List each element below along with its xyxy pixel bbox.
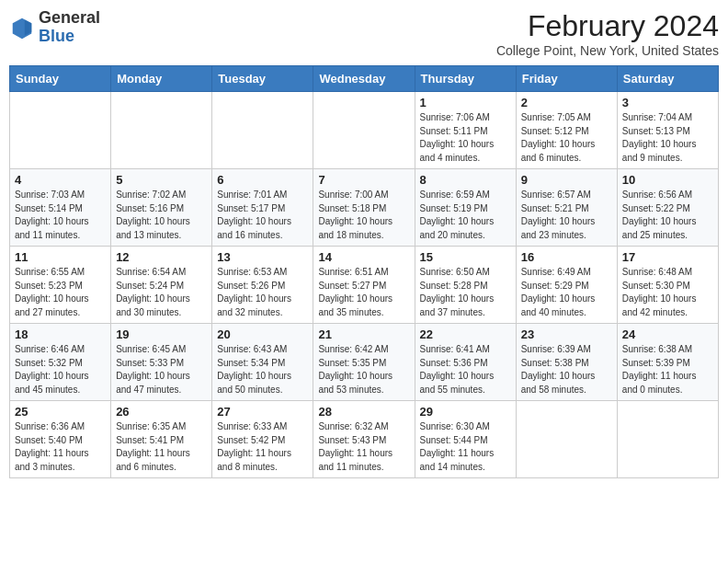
day-detail: Sunrise: 6:43 AM Sunset: 5:34 PM Dayligh… (217, 343, 308, 396)
calendar-cell: 14Sunrise: 6:51 AM Sunset: 5:27 PM Dayli… (313, 247, 415, 324)
day-detail: Sunrise: 7:00 AM Sunset: 5:18 PM Dayligh… (318, 189, 409, 242)
day-detail: Sunrise: 6:51 AM Sunset: 5:27 PM Dayligh… (318, 266, 409, 319)
calendar-cell: 28Sunrise: 6:32 AM Sunset: 5:43 PM Dayli… (313, 401, 415, 478)
calendar-cell (111, 92, 212, 169)
day-number: 22 (420, 327, 511, 341)
calendar-cell: 19Sunrise: 6:45 AM Sunset: 5:33 PM Dayli… (111, 324, 212, 401)
day-detail: Sunrise: 6:39 AM Sunset: 5:38 PM Dayligh… (521, 343, 612, 396)
calendar-cell: 23Sunrise: 6:39 AM Sunset: 5:38 PM Dayli… (516, 324, 617, 401)
calendar-cell: 6Sunrise: 7:01 AM Sunset: 5:17 PM Daylig… (212, 169, 313, 247)
day-number: 26 (116, 405, 207, 419)
calendar-cell: 29Sunrise: 6:30 AM Sunset: 5:44 PM Dayli… (415, 401, 516, 478)
day-detail: Sunrise: 6:48 AM Sunset: 5:30 PM Dayligh… (622, 266, 713, 319)
calendar-cell: 12Sunrise: 6:54 AM Sunset: 5:24 PM Dayli… (111, 247, 212, 324)
logo-icon (9, 15, 35, 40)
calendar-cell: 7Sunrise: 7:00 AM Sunset: 5:18 PM Daylig… (313, 169, 415, 247)
calendar-cell: 20Sunrise: 6:43 AM Sunset: 5:34 PM Dayli… (212, 324, 313, 401)
day-detail: Sunrise: 6:42 AM Sunset: 5:35 PM Dayligh… (318, 343, 409, 396)
weekday-header: Tuesday (212, 66, 313, 92)
day-number: 9 (521, 173, 612, 187)
calendar-week-row: 4Sunrise: 7:03 AM Sunset: 5:14 PM Daylig… (10, 169, 719, 247)
calendar-cell: 8Sunrise: 6:59 AM Sunset: 5:19 PM Daylig… (415, 169, 516, 247)
weekday-header: Monday (111, 66, 212, 92)
day-detail: Sunrise: 6:57 AM Sunset: 5:21 PM Dayligh… (521, 189, 612, 242)
day-number: 13 (217, 250, 308, 264)
calendar-cell: 16Sunrise: 6:49 AM Sunset: 5:29 PM Dayli… (516, 247, 617, 324)
calendar-cell: 3Sunrise: 7:04 AM Sunset: 5:13 PM Daylig… (617, 92, 718, 169)
day-number: 25 (15, 405, 106, 419)
weekday-header-row: SundayMondayTuesdayWednesdayThursdayFrid… (10, 66, 719, 92)
day-number: 6 (217, 173, 308, 187)
day-detail: Sunrise: 6:46 AM Sunset: 5:32 PM Dayligh… (15, 343, 106, 396)
day-detail: Sunrise: 7:06 AM Sunset: 5:11 PM Dayligh… (420, 111, 511, 165)
day-number: 8 (420, 173, 511, 187)
calendar-table: SundayMondayTuesdayWednesdayThursdayFrid… (9, 65, 719, 478)
title-block: February 2024 College Point, New York, U… (496, 9, 719, 58)
day-detail: Sunrise: 7:02 AM Sunset: 5:16 PM Dayligh… (116, 189, 207, 242)
day-detail: Sunrise: 6:33 AM Sunset: 5:42 PM Dayligh… (217, 420, 308, 474)
day-number: 19 (116, 327, 207, 341)
day-number: 24 (622, 327, 713, 341)
day-number: 29 (420, 405, 511, 419)
weekday-header: Friday (516, 66, 617, 92)
day-detail: Sunrise: 6:30 AM Sunset: 5:44 PM Dayligh… (420, 420, 511, 474)
day-number: 3 (622, 96, 713, 109)
calendar-cell: 2Sunrise: 7:05 AM Sunset: 5:12 PM Daylig… (516, 92, 617, 169)
calendar-cell: 24Sunrise: 6:38 AM Sunset: 5:39 PM Dayli… (617, 324, 718, 401)
calendar-cell: 10Sunrise: 6:56 AM Sunset: 5:22 PM Dayli… (617, 169, 718, 247)
logo-general-text: General (39, 8, 100, 27)
calendar-cell (212, 92, 313, 169)
page-header: General Blue February 2024 College Point… (9, 9, 719, 58)
day-detail: Sunrise: 7:05 AM Sunset: 5:12 PM Dayligh… (521, 111, 612, 165)
calendar-cell: 17Sunrise: 6:48 AM Sunset: 5:30 PM Dayli… (617, 247, 718, 324)
day-detail: Sunrise: 6:49 AM Sunset: 5:29 PM Dayligh… (521, 266, 612, 319)
day-detail: Sunrise: 6:45 AM Sunset: 5:33 PM Dayligh… (116, 343, 207, 396)
day-number: 15 (420, 250, 511, 264)
day-number: 21 (318, 327, 409, 341)
calendar-cell: 11Sunrise: 6:55 AM Sunset: 5:23 PM Dayli… (10, 247, 111, 324)
weekday-header: Wednesday (313, 66, 415, 92)
day-number: 7 (318, 173, 409, 187)
day-detail: Sunrise: 6:32 AM Sunset: 5:43 PM Dayligh… (318, 420, 409, 474)
calendar-week-row: 18Sunrise: 6:46 AM Sunset: 5:32 PM Dayli… (10, 324, 719, 401)
day-detail: Sunrise: 7:01 AM Sunset: 5:17 PM Dayligh… (217, 189, 308, 242)
day-detail: Sunrise: 6:55 AM Sunset: 5:23 PM Dayligh… (15, 266, 106, 319)
calendar-cell: 1Sunrise: 7:06 AM Sunset: 5:11 PM Daylig… (415, 92, 516, 169)
day-number: 12 (116, 250, 207, 264)
day-number: 17 (622, 250, 713, 264)
day-number: 18 (15, 327, 106, 341)
day-number: 20 (217, 327, 308, 341)
weekday-header: Saturday (617, 66, 718, 92)
day-number: 11 (15, 250, 106, 264)
calendar-cell: 25Sunrise: 6:36 AM Sunset: 5:40 PM Dayli… (10, 401, 111, 478)
day-detail: Sunrise: 6:54 AM Sunset: 5:24 PM Dayligh… (116, 266, 207, 319)
calendar-cell (617, 401, 718, 478)
calendar-cell: 21Sunrise: 6:42 AM Sunset: 5:35 PM Dayli… (313, 324, 415, 401)
calendar-cell: 22Sunrise: 6:41 AM Sunset: 5:36 PM Dayli… (415, 324, 516, 401)
calendar-cell: 13Sunrise: 6:53 AM Sunset: 5:26 PM Dayli… (212, 247, 313, 324)
day-number: 28 (318, 405, 409, 419)
calendar-cell: 27Sunrise: 6:33 AM Sunset: 5:42 PM Dayli… (212, 401, 313, 478)
day-number: 14 (318, 250, 409, 264)
day-number: 5 (116, 173, 207, 187)
day-number: 4 (15, 173, 106, 187)
day-detail: Sunrise: 6:38 AM Sunset: 5:39 PM Dayligh… (622, 343, 713, 396)
day-number: 27 (217, 405, 308, 419)
calendar-cell: 18Sunrise: 6:46 AM Sunset: 5:32 PM Dayli… (10, 324, 111, 401)
calendar-cell: 4Sunrise: 7:03 AM Sunset: 5:14 PM Daylig… (10, 169, 111, 247)
weekday-header: Sunday (10, 66, 111, 92)
day-number: 1 (420, 96, 511, 109)
logo: General Blue (9, 9, 100, 46)
calendar-cell: 9Sunrise: 6:57 AM Sunset: 5:21 PM Daylig… (516, 169, 617, 247)
calendar-cell: 15Sunrise: 6:50 AM Sunset: 5:28 PM Dayli… (415, 247, 516, 324)
day-detail: Sunrise: 7:04 AM Sunset: 5:13 PM Dayligh… (622, 111, 713, 165)
day-detail: Sunrise: 6:35 AM Sunset: 5:41 PM Dayligh… (116, 420, 207, 474)
day-detail: Sunrise: 6:50 AM Sunset: 5:28 PM Dayligh… (420, 266, 511, 319)
calendar-cell (516, 401, 617, 478)
day-detail: Sunrise: 6:59 AM Sunset: 5:19 PM Dayligh… (420, 189, 511, 242)
day-detail: Sunrise: 7:03 AM Sunset: 5:14 PM Dayligh… (15, 189, 106, 242)
calendar-cell: 5Sunrise: 7:02 AM Sunset: 5:16 PM Daylig… (111, 169, 212, 247)
day-detail: Sunrise: 6:56 AM Sunset: 5:22 PM Dayligh… (622, 189, 713, 242)
calendar-week-row: 25Sunrise: 6:36 AM Sunset: 5:40 PM Dayli… (10, 401, 719, 478)
day-number: 23 (521, 327, 612, 341)
